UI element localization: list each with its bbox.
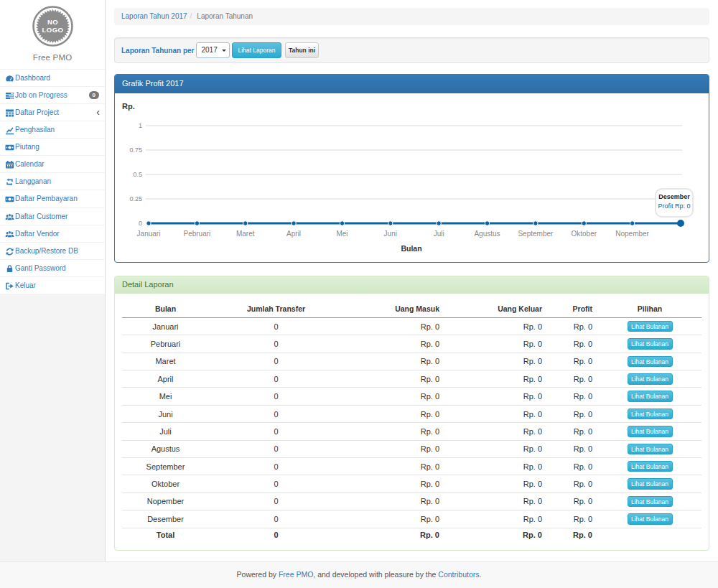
svg-text:Mei: Mei: [336, 230, 348, 238]
svg-text:Januari: Januari: [137, 230, 161, 238]
svg-text:Bulan: Bulan: [401, 244, 421, 253]
svg-text:0.5: 0.5: [133, 171, 142, 178]
svg-text:April: April: [286, 230, 301, 238]
svg-text:NO: NO: [47, 18, 57, 26]
svg-text:Oktober: Oktober: [572, 230, 597, 238]
svg-text:Nopember: Nopember: [615, 230, 649, 238]
svg-text:Pebruari: Pebruari: [183, 230, 210, 238]
svg-text:1: 1: [139, 122, 142, 129]
svg-text:September: September: [518, 230, 554, 238]
svg-text:Juli: Juli: [434, 230, 444, 238]
svg-text:0.25: 0.25: [129, 195, 142, 202]
svg-text:Rp.: Rp.: [122, 102, 135, 111]
svg-text:Juni: Juni: [384, 230, 397, 238]
svg-text:Maret: Maret: [236, 230, 255, 238]
svg-text:0.75: 0.75: [129, 146, 142, 154]
svg-text:LOGO: LOGO: [42, 26, 63, 34]
svg-text:0: 0: [139, 220, 142, 227]
svg-text:Agustus: Agustus: [474, 230, 500, 238]
